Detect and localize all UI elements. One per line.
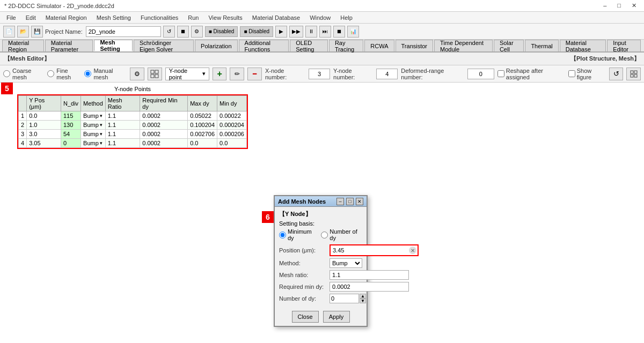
ynode-input[interactable]: [376, 69, 398, 79]
row-max-dy: 0.05022: [188, 111, 217, 121]
tab-input-editor[interactable]: Input Editor: [607, 40, 641, 51]
node-type-dropdown[interactable]: Y-node point ▾: [165, 68, 209, 80]
tab-ray-tracing[interactable]: Ray Tracing: [329, 40, 363, 51]
mesh-grid-btn[interactable]: [148, 68, 162, 80]
position-input[interactable]: [331, 245, 409, 255]
tab-oled[interactable]: OLED Setting: [290, 40, 328, 51]
edit-node-btn[interactable]: ✏: [230, 68, 244, 80]
manual-mesh-radio[interactable]: [84, 70, 91, 77]
col-header-num: [19, 96, 27, 111]
tab-time-dependent[interactable]: Time Dependent Module: [434, 40, 493, 51]
modal-title: Add Mesh Nodes: [278, 198, 326, 205]
deformed-input[interactable]: [467, 69, 494, 79]
method-arrow[interactable]: ▾: [100, 140, 103, 146]
chart-button[interactable]: 📊: [347, 26, 359, 38]
row-mesh-ratio: 1.1: [105, 121, 140, 130]
method-arrow[interactable]: ▾: [100, 113, 103, 118]
row-mesh-ratio: 1.1: [105, 130, 140, 139]
spinner-down-btn[interactable]: ▼: [360, 299, 366, 303]
maximize-button[interactable]: □: [614, 2, 624, 9]
tab-mesh-setting[interactable]: Mesh Setting: [94, 40, 133, 51]
num-dy-input[interactable]: [330, 294, 359, 303]
row-ypos: 3.0: [27, 130, 61, 139]
refresh-plot-btn[interactable]: ↺: [609, 68, 624, 80]
tab-solar-cell[interactable]: Solar Cell: [494, 40, 524, 51]
tab-thermal[interactable]: Thermal: [525, 40, 558, 51]
reshape-checkbox[interactable]: [497, 70, 504, 77]
mesh-settings-btn[interactable]: ⚙: [130, 68, 144, 80]
menu-functionalities[interactable]: Functionalities: [136, 13, 182, 22]
step-button[interactable]: ⏭: [319, 26, 331, 38]
tab-transistor[interactable]: Transistor: [396, 40, 434, 51]
stop2-button[interactable]: ⏹: [333, 26, 345, 38]
pause-button[interactable]: ⏸: [305, 26, 317, 38]
menu-file[interactable]: File: [2, 13, 20, 22]
play-next-button[interactable]: ▶▶: [289, 26, 303, 38]
modal-maximize-btn[interactable]: □: [346, 198, 354, 205]
table-row[interactable]: 3 3.0 54 Bump ▾ 1.1 0.0002 0.0: [19, 130, 247, 139]
fine-mesh-radio[interactable]: [47, 70, 54, 77]
table-row[interactable]: 4 3.05 0 Bump ▾ 1.1 0.0002 0.0: [19, 139, 247, 148]
tab-rcwa[interactable]: RCWA: [364, 40, 394, 51]
row-mesh-ratio: 1.1: [105, 111, 140, 121]
menu-edit[interactable]: Edit: [21, 13, 40, 22]
table-row[interactable]: 2 1.0 130 Bump ▾ 1.1 0.0002 0.: [19, 121, 247, 130]
xnode-input[interactable]: [309, 69, 330, 79]
position-label: Position (μm):: [279, 247, 327, 253]
new-button[interactable]: 📄: [3, 26, 15, 38]
show-figure-checkbox[interactable]: [568, 70, 575, 77]
tab-additional[interactable]: Additional Functions: [239, 40, 289, 51]
tab-polarization[interactable]: Polarization: [195, 40, 237, 51]
minimize-button[interactable]: –: [600, 2, 610, 9]
open-button[interactable]: 📂: [17, 26, 29, 38]
method-select[interactable]: Bump Linear: [330, 258, 362, 268]
num-dy-row: Number of dy: ▲ ▼: [279, 294, 362, 303]
tab-material-db[interactable]: Material Database: [560, 40, 606, 51]
table-row[interactable]: 1 0.0 115 Bump ▾ 1.1 0.0002 0.: [19, 111, 247, 121]
modal-body: 【Y Node】 Setting basis: Minimum dy Numbe…: [275, 207, 367, 309]
menu-run[interactable]: Run: [184, 13, 203, 22]
tab-material-parameter[interactable]: Material Parameter: [45, 40, 93, 51]
ynode-title: Y-node Points: [17, 86, 248, 92]
min-dy-radio[interactable]: [279, 232, 286, 238]
close-button[interactable]: Close: [292, 311, 319, 323]
menu-view-results[interactable]: View Results: [204, 13, 246, 22]
menu-material-database[interactable]: Material Database: [248, 13, 304, 22]
num-dy-radio[interactable]: [321, 232, 328, 238]
tab-schrodinger[interactable]: Schrödinger Eigen Solver: [134, 40, 194, 51]
refresh-button[interactable]: ↺: [163, 26, 175, 38]
grid-view-btn[interactable]: [626, 68, 641, 80]
method-arrow[interactable]: ▾: [100, 131, 103, 137]
save-button[interactable]: 💾: [31, 26, 43, 38]
settings-button[interactable]: ⚙: [191, 26, 203, 38]
menu-help[interactable]: Help: [336, 13, 357, 22]
xnode-label: X-node number:: [265, 68, 305, 80]
coarse-mesh-radio[interactable]: [3, 70, 10, 77]
menu-mesh-setting[interactable]: Mesh Setting: [92, 13, 135, 22]
position-clear-btn[interactable]: ✕: [409, 247, 416, 254]
svg-rect-7: [634, 74, 637, 77]
apply-button[interactable]: Apply: [323, 311, 350, 323]
spinner-up-btn[interactable]: ▲: [360, 294, 366, 299]
method-arrow[interactable]: ▾: [100, 122, 103, 128]
close-button[interactable]: ✕: [628, 2, 640, 9]
stop-button[interactable]: ⏹: [177, 26, 189, 38]
modal-minimize-btn[interactable]: –: [336, 198, 344, 205]
mesh-ratio-input[interactable]: [330, 270, 409, 280]
reshape-label: Reshape after assigned: [497, 68, 565, 80]
row-mesh-ratio: 1.1: [105, 139, 140, 148]
modal-close-btn[interactable]: ✕: [356, 198, 363, 205]
delete-node-btn[interactable]: ━: [247, 68, 262, 80]
show-figure-label: Show figure: [568, 68, 606, 80]
mesh-editor-label: 【Mesh Editor】: [4, 55, 50, 63]
project-name-input[interactable]: [86, 26, 161, 37]
row-min-dy: 0.000204: [217, 121, 247, 130]
row-ndiv: 130: [61, 121, 80, 130]
tab-material-region[interactable]: Material Region: [2, 40, 44, 51]
mesh-type-group: Coarse mesh Fine mesh Manual mesh: [3, 68, 127, 80]
play-button[interactable]: ▶: [275, 26, 287, 38]
menu-window[interactable]: Window: [305, 13, 335, 22]
menu-material-region[interactable]: Material Region: [41, 13, 91, 22]
req-min-dy-input[interactable]: [330, 282, 409, 292]
add-node-btn[interactable]: +: [213, 68, 227, 80]
